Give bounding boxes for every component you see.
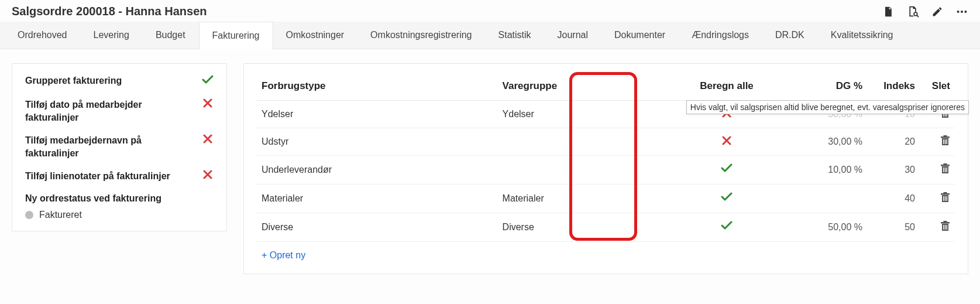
tab-dr-dk[interactable]: DR.DK: [762, 22, 818, 49]
tab-ordrehoved[interactable]: Ordrehoved: [5, 22, 81, 49]
page-title: Salgsordre 200018 - Hanna Hansen: [12, 5, 207, 18]
create-row: + Opret ny: [257, 242, 955, 263]
tab-dokumenter[interactable]: Dokumenter: [601, 22, 679, 49]
cell-varegruppe[interactable]: [498, 128, 692, 156]
svg-point-9: [964, 10, 967, 12]
cell-varegruppe[interactable]: Ydelser: [498, 101, 692, 128]
delete-button[interactable]: [920, 156, 955, 185]
check-icon[interactable]: [692, 185, 762, 213]
table-row[interactable]: MaterialerMaterialer40: [257, 185, 955, 213]
cell-dg[interactable]: 50,00 %: [762, 213, 867, 242]
svg-point-7: [957, 10, 960, 12]
cross-icon[interactable]: [692, 128, 762, 156]
tab-kvalitetssikring[interactable]: Kvalitetssikring: [818, 22, 907, 49]
cell-indeks[interactable]: 30: [867, 156, 920, 185]
setting-row: Tilføj linienotater på fakturalinjer: [25, 170, 214, 183]
check-icon[interactable]: [202, 74, 214, 88]
check-icon[interactable]: [692, 213, 762, 242]
col-beregn-alle[interactable]: Beregn alle: [692, 74, 762, 101]
invoicing-table: Forbrugstype Varegruppe Beregn alle DG %…: [257, 74, 955, 242]
setting-row: Tilføj medarbejdernavn på fakturalinjer: [25, 134, 214, 159]
setting-label: Tilføj dato på medarbejder fakturalinjer: [25, 98, 195, 124]
status-section: Ny ordrestatus ved faktureringFaktureret: [25, 193, 214, 220]
cross-icon[interactable]: [202, 134, 214, 145]
cell-dg[interactable]: 30,00 %: [762, 128, 867, 156]
table-row[interactable]: Underleverandør10,00 %30: [257, 156, 955, 185]
content-area: Grupperet faktureringTilføj dato på meda…: [0, 49, 980, 288]
status-label: Ny ordrestatus ved fakturering: [25, 193, 214, 204]
page-header: Salgsordre 200018 - Hanna Hansen: [0, 0, 980, 22]
tab-bar: OrdrehovedLeveringBudgetFaktureringOmkos…: [0, 22, 980, 49]
tab-levering[interactable]: Levering: [81, 22, 143, 49]
create-new-link[interactable]: + Opret ny: [262, 250, 305, 260]
edit-icon[interactable]: [931, 5, 944, 18]
header-actions: [882, 5, 968, 18]
tab-statistik[interactable]: Statistik: [486, 22, 545, 49]
cell-varegruppe[interactable]: Materialer: [498, 185, 692, 213]
delete-button[interactable]: [920, 213, 955, 242]
tab-ændringslogs[interactable]: Ændringslogs: [679, 22, 762, 49]
cell-forbrugstype[interactable]: Diverse: [257, 213, 498, 242]
cell-dg[interactable]: 10,00 %: [762, 156, 867, 185]
table-panel: Forbrugstype Varegruppe Beregn alle DG %…: [243, 63, 968, 274]
setting-label: Tilføj medarbejdernavn på fakturalinjer: [25, 134, 195, 159]
delete-button[interactable]: [920, 128, 955, 156]
find-document-icon[interactable]: [906, 5, 919, 18]
col-dg-pct[interactable]: DG %: [762, 74, 867, 101]
tab-fakturering[interactable]: Fakturering: [199, 22, 273, 49]
cell-forbrugstype[interactable]: Udstyr: [257, 128, 498, 156]
tab-budget[interactable]: Budget: [143, 22, 199, 49]
cell-indeks[interactable]: 40: [867, 185, 920, 213]
setting-row: Tilføj dato på medarbejder fakturalinjer: [25, 98, 214, 124]
col-varegruppe[interactable]: Varegruppe: [498, 74, 692, 101]
tab-journal[interactable]: Journal: [545, 22, 601, 49]
col-slet[interactable]: Slet: [920, 74, 955, 101]
cell-forbrugstype[interactable]: Underleverandør: [257, 156, 498, 185]
tab-omkostninger[interactable]: Omkostninger: [273, 22, 358, 49]
status-value: Faktureret: [39, 210, 82, 220]
col-indeks[interactable]: Indeks: [867, 74, 920, 101]
cell-forbrugstype[interactable]: Ydelser: [257, 101, 498, 128]
status-radio[interactable]: Faktureret: [25, 210, 214, 220]
radio-dot-icon: [25, 211, 33, 219]
cell-varegruppe[interactable]: Diverse: [498, 213, 692, 242]
svg-point-6: [914, 12, 917, 16]
cell-indeks[interactable]: 50: [867, 213, 920, 242]
setting-label: Grupperet fakturering: [25, 74, 122, 87]
check-icon[interactable]: [692, 156, 762, 185]
cell-varegruppe[interactable]: [498, 156, 692, 185]
svg-point-8: [961, 10, 963, 12]
more-icon[interactable]: [955, 5, 968, 18]
delete-button[interactable]: [920, 185, 955, 213]
col-forbrugstype[interactable]: Forbrugstype: [257, 74, 498, 101]
setting-label: Tilføj linienotater på fakturalinjer: [25, 170, 170, 183]
tooltip-beregn-alle: Hvis valgt, vil salgsprisen altid blive …: [686, 100, 969, 114]
cross-icon[interactable]: [202, 98, 214, 110]
setting-row: Grupperet fakturering: [25, 74, 214, 88]
table-row[interactable]: DiverseDiverse50,00 %50: [257, 213, 955, 242]
table-row[interactable]: Udstyr30,00 %20: [257, 128, 955, 156]
cell-forbrugstype[interactable]: Materialer: [257, 185, 498, 213]
document-icon[interactable]: [882, 5, 895, 18]
settings-panel: Grupperet faktureringTilføj dato på meda…: [12, 63, 227, 231]
tab-omkostningsregistrering[interactable]: Omkostningsregistrering: [357, 22, 485, 49]
cross-icon[interactable]: [202, 170, 214, 181]
cell-indeks[interactable]: 20: [867, 128, 920, 156]
cell-dg[interactable]: [762, 185, 867, 213]
